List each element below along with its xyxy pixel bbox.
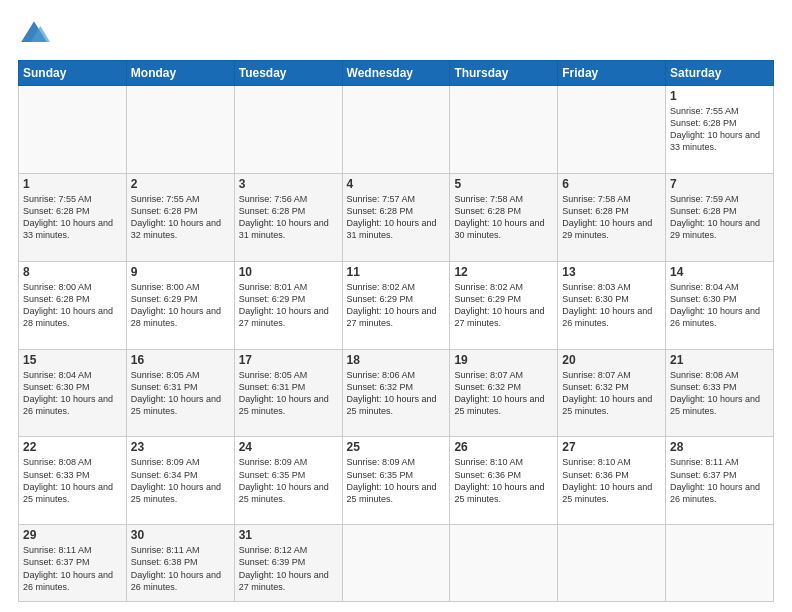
calendar-cell	[450, 525, 558, 602]
calendar-cell	[558, 525, 666, 602]
day-info: Sunrise: 8:00 AMSunset: 6:29 PMDaylight:…	[131, 282, 221, 328]
calendar-cell	[666, 525, 774, 602]
day-number: 6	[562, 177, 661, 191]
day-info: Sunrise: 8:08 AMSunset: 6:33 PMDaylight:…	[670, 370, 760, 416]
calendar-cell: 23Sunrise: 8:09 AMSunset: 6:34 PMDayligh…	[126, 437, 234, 525]
day-info: Sunrise: 8:08 AMSunset: 6:33 PMDaylight:…	[23, 457, 113, 503]
page: SundayMondayTuesdayWednesdayThursdayFrid…	[0, 0, 792, 612]
calendar-cell: 18Sunrise: 8:06 AMSunset: 6:32 PMDayligh…	[342, 349, 450, 437]
day-info: Sunrise: 8:10 AMSunset: 6:36 PMDaylight:…	[454, 457, 544, 503]
day-info: Sunrise: 8:05 AMSunset: 6:31 PMDaylight:…	[239, 370, 329, 416]
calendar-cell: 12Sunrise: 8:02 AMSunset: 6:29 PMDayligh…	[450, 261, 558, 349]
day-info: Sunrise: 7:55 AMSunset: 6:28 PMDaylight:…	[670, 106, 760, 152]
day-info: Sunrise: 8:06 AMSunset: 6:32 PMDaylight:…	[347, 370, 437, 416]
logo	[18, 18, 54, 50]
calendar-cell	[558, 86, 666, 174]
day-info: Sunrise: 7:56 AMSunset: 6:28 PMDaylight:…	[239, 194, 329, 240]
calendar-cell: 5Sunrise: 7:58 AMSunset: 6:28 PMDaylight…	[450, 173, 558, 261]
day-info: Sunrise: 8:11 AMSunset: 6:37 PMDaylight:…	[23, 545, 113, 591]
day-info: Sunrise: 7:58 AMSunset: 6:28 PMDaylight:…	[562, 194, 652, 240]
calendar-cell: 6Sunrise: 7:58 AMSunset: 6:28 PMDaylight…	[558, 173, 666, 261]
day-number: 17	[239, 353, 338, 367]
day-info: Sunrise: 7:58 AMSunset: 6:28 PMDaylight:…	[454, 194, 544, 240]
calendar-cell: 4Sunrise: 7:57 AMSunset: 6:28 PMDaylight…	[342, 173, 450, 261]
day-number: 18	[347, 353, 446, 367]
day-number: 2	[131, 177, 230, 191]
day-info: Sunrise: 8:11 AMSunset: 6:38 PMDaylight:…	[131, 545, 221, 591]
day-info: Sunrise: 8:09 AMSunset: 6:35 PMDaylight:…	[347, 457, 437, 503]
day-info: Sunrise: 8:04 AMSunset: 6:30 PMDaylight:…	[23, 370, 113, 416]
calendar-cell: 27Sunrise: 8:10 AMSunset: 6:36 PMDayligh…	[558, 437, 666, 525]
calendar-cell: 15Sunrise: 8:04 AMSunset: 6:30 PMDayligh…	[19, 349, 127, 437]
calendar-cell	[342, 525, 450, 602]
day-info: Sunrise: 7:55 AMSunset: 6:28 PMDaylight:…	[23, 194, 113, 240]
day-number: 3	[239, 177, 338, 191]
week-row-3: 8Sunrise: 8:00 AMSunset: 6:28 PMDaylight…	[19, 261, 774, 349]
calendar-cell: 17Sunrise: 8:05 AMSunset: 6:31 PMDayligh…	[234, 349, 342, 437]
calendar-cell	[19, 86, 127, 174]
week-row-4: 15Sunrise: 8:04 AMSunset: 6:30 PMDayligh…	[19, 349, 774, 437]
calendar-cell: 3Sunrise: 7:56 AMSunset: 6:28 PMDaylight…	[234, 173, 342, 261]
calendar-cell: 8Sunrise: 8:00 AMSunset: 6:28 PMDaylight…	[19, 261, 127, 349]
calendar-cell: 24Sunrise: 8:09 AMSunset: 6:35 PMDayligh…	[234, 437, 342, 525]
day-info: Sunrise: 8:07 AMSunset: 6:32 PMDaylight:…	[454, 370, 544, 416]
day-number: 21	[670, 353, 769, 367]
day-number: 11	[347, 265, 446, 279]
calendar-cell: 11Sunrise: 8:02 AMSunset: 6:29 PMDayligh…	[342, 261, 450, 349]
weekday-header-monday: Monday	[126, 61, 234, 86]
day-number: 1	[670, 89, 769, 103]
day-number: 16	[131, 353, 230, 367]
day-number: 19	[454, 353, 553, 367]
day-number: 5	[454, 177, 553, 191]
logo-icon	[18, 18, 50, 50]
weekday-header-saturday: Saturday	[666, 61, 774, 86]
calendar-cell	[126, 86, 234, 174]
day-number: 14	[670, 265, 769, 279]
calendar-cell: 31Sunrise: 8:12 AMSunset: 6:39 PMDayligh…	[234, 525, 342, 602]
day-info: Sunrise: 8:09 AMSunset: 6:35 PMDaylight:…	[239, 457, 329, 503]
day-info: Sunrise: 8:03 AMSunset: 6:30 PMDaylight:…	[562, 282, 652, 328]
calendar-cell: 2Sunrise: 7:55 AMSunset: 6:28 PMDaylight…	[126, 173, 234, 261]
calendar-cell: 16Sunrise: 8:05 AMSunset: 6:31 PMDayligh…	[126, 349, 234, 437]
calendar-cell: 26Sunrise: 8:10 AMSunset: 6:36 PMDayligh…	[450, 437, 558, 525]
calendar-cell: 1Sunrise: 7:55 AMSunset: 6:28 PMDaylight…	[666, 86, 774, 174]
calendar-cell: 7Sunrise: 7:59 AMSunset: 6:28 PMDaylight…	[666, 173, 774, 261]
calendar-cell	[450, 86, 558, 174]
calendar-cell: 29Sunrise: 8:11 AMSunset: 6:37 PMDayligh…	[19, 525, 127, 602]
day-number: 28	[670, 440, 769, 454]
day-number: 24	[239, 440, 338, 454]
day-info: Sunrise: 8:02 AMSunset: 6:29 PMDaylight:…	[454, 282, 544, 328]
day-info: Sunrise: 7:57 AMSunset: 6:28 PMDaylight:…	[347, 194, 437, 240]
day-info: Sunrise: 8:07 AMSunset: 6:32 PMDaylight:…	[562, 370, 652, 416]
calendar-cell: 20Sunrise: 8:07 AMSunset: 6:32 PMDayligh…	[558, 349, 666, 437]
day-number: 31	[239, 528, 338, 542]
calendar-cell: 14Sunrise: 8:04 AMSunset: 6:30 PMDayligh…	[666, 261, 774, 349]
day-info: Sunrise: 8:05 AMSunset: 6:31 PMDaylight:…	[131, 370, 221, 416]
calendar-cell	[234, 86, 342, 174]
day-number: 10	[239, 265, 338, 279]
weekday-header-row: SundayMondayTuesdayWednesdayThursdayFrid…	[19, 61, 774, 86]
day-info: Sunrise: 8:11 AMSunset: 6:37 PMDaylight:…	[670, 457, 760, 503]
day-number: 7	[670, 177, 769, 191]
calendar-cell: 22Sunrise: 8:08 AMSunset: 6:33 PMDayligh…	[19, 437, 127, 525]
weekday-header-tuesday: Tuesday	[234, 61, 342, 86]
day-info: Sunrise: 8:09 AMSunset: 6:34 PMDaylight:…	[131, 457, 221, 503]
day-info: Sunrise: 8:02 AMSunset: 6:29 PMDaylight:…	[347, 282, 437, 328]
day-number: 25	[347, 440, 446, 454]
day-info: Sunrise: 8:10 AMSunset: 6:36 PMDaylight:…	[562, 457, 652, 503]
day-number: 30	[131, 528, 230, 542]
calendar-cell: 30Sunrise: 8:11 AMSunset: 6:38 PMDayligh…	[126, 525, 234, 602]
calendar-cell: 28Sunrise: 8:11 AMSunset: 6:37 PMDayligh…	[666, 437, 774, 525]
week-row-6: 29Sunrise: 8:11 AMSunset: 6:37 PMDayligh…	[19, 525, 774, 602]
day-number: 4	[347, 177, 446, 191]
weekday-header-friday: Friday	[558, 61, 666, 86]
calendar-cell: 9Sunrise: 8:00 AMSunset: 6:29 PMDaylight…	[126, 261, 234, 349]
calendar-cell: 13Sunrise: 8:03 AMSunset: 6:30 PMDayligh…	[558, 261, 666, 349]
day-number: 12	[454, 265, 553, 279]
day-info: Sunrise: 7:59 AMSunset: 6:28 PMDaylight:…	[670, 194, 760, 240]
week-row-1: 1Sunrise: 7:55 AMSunset: 6:28 PMDaylight…	[19, 86, 774, 174]
weekday-header-thursday: Thursday	[450, 61, 558, 86]
calendar-cell: 21Sunrise: 8:08 AMSunset: 6:33 PMDayligh…	[666, 349, 774, 437]
day-number: 29	[23, 528, 122, 542]
calendar-cell: 25Sunrise: 8:09 AMSunset: 6:35 PMDayligh…	[342, 437, 450, 525]
